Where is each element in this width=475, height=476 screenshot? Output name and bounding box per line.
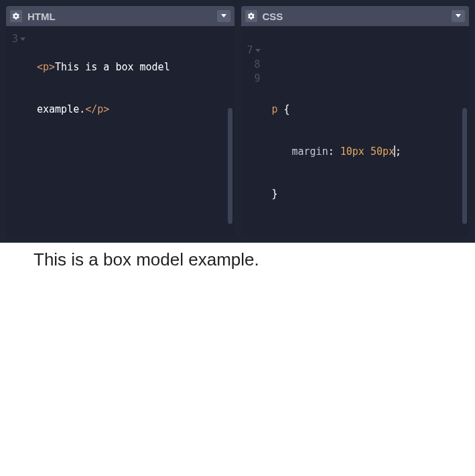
fold-arrow-icon[interactable] bbox=[20, 38, 25, 41]
css-code[interactable]: p { margin: 10px 50px; } bbox=[267, 26, 470, 237]
editor-panes: HTML 3 <p>This is a box model example.</… bbox=[0, 0, 475, 243]
html-code[interactable]: <p>This is a box model example.</p> bbox=[31, 26, 234, 237]
html-panel: HTML 3 <p>This is a box model example.</… bbox=[6, 6, 234, 237]
html-gutter: 3 bbox=[6, 26, 31, 237]
fold-arrow-icon[interactable] bbox=[255, 49, 261, 52]
css-panel: CSS 7 8 9 p { mar bbox=[241, 6, 470, 237]
line-number: 8 bbox=[254, 58, 260, 72]
css-colon: : bbox=[328, 145, 334, 158]
css-editor[interactable]: 7 8 9 p { margin: 10px 50px; } bbox=[241, 26, 470, 237]
preview-pane: This is a box model example. bbox=[0, 249, 475, 476]
html-editor[interactable]: 3 <p>This is a box model example.</p> bbox=[6, 26, 234, 237]
css-gutter: 7 8 9 bbox=[241, 26, 267, 237]
gear-icon[interactable] bbox=[245, 10, 257, 22]
tag-close: </p> bbox=[85, 103, 109, 115]
css-panel-header: CSS bbox=[241, 6, 470, 26]
chevron-down-icon[interactable] bbox=[452, 10, 465, 22]
css-property: margin bbox=[292, 145, 328, 158]
code-text: This is a box model bbox=[55, 61, 176, 73]
css-selector: p bbox=[272, 103, 278, 115]
line-number: 7 bbox=[247, 44, 253, 58]
code-text: example. bbox=[37, 103, 85, 115]
html-panel-title: HTML bbox=[27, 11, 56, 22]
line-number: 9 bbox=[254, 72, 260, 86]
css-semicolon: ; bbox=[395, 145, 401, 158]
css-value: 10px bbox=[340, 145, 364, 158]
scrollbar[interactable] bbox=[228, 108, 232, 224]
tag-open: <p> bbox=[37, 61, 55, 73]
css-panel-title: CSS bbox=[263, 11, 283, 22]
line-number: 3 bbox=[12, 32, 18, 46]
scrollbar[interactable] bbox=[462, 108, 467, 224]
gear-icon[interactable] bbox=[10, 10, 22, 22]
css-brace: { bbox=[284, 103, 290, 115]
html-panel-header: HTML bbox=[6, 6, 234, 26]
css-brace: } bbox=[272, 188, 278, 200]
preview-paragraph: This is a box model example. bbox=[33, 249, 442, 270]
css-value: 50px bbox=[370, 145, 395, 158]
chevron-down-icon[interactable] bbox=[217, 10, 230, 22]
